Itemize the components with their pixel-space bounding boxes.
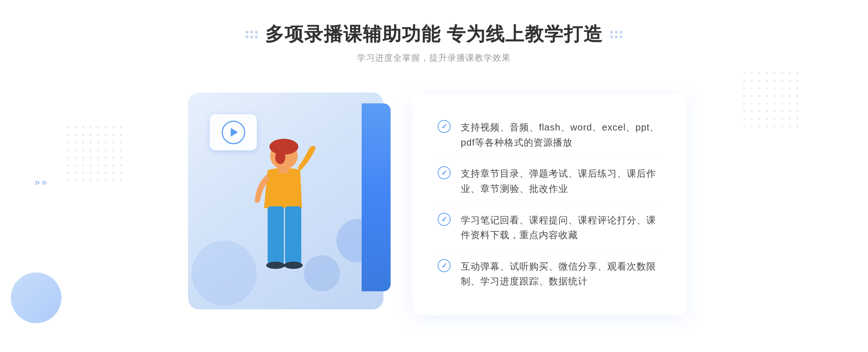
person-figure	[228, 136, 322, 320]
illustration-blue-panel	[362, 103, 391, 291]
chevron-left-icon: »	[42, 177, 47, 187]
feature-text-1: 支持视频、音频、flash、word、excel、ppt、pdf等各种格式的资源…	[461, 120, 662, 150]
check-circle-icon: ✓	[438, 120, 451, 133]
check-circle-icon: ✓	[438, 213, 451, 226]
dot-pattern-left	[67, 126, 125, 184]
left-arrows-decoration: » »	[34, 177, 47, 187]
header-decorators: 多项录播课辅助功能 专为线上教学打造	[246, 22, 622, 47]
header-section: 多项录播课辅助功能 专为线上教学打造 学习进度全掌握，提升录播课教学效果	[246, 22, 622, 64]
check-circle-icon: ✓	[438, 259, 451, 272]
page-container: » » 多项录播课辅助功能 专为线上教学打造 学习进度全掌握，提升录播课教学效果	[0, 0, 868, 352]
feature-text-3: 学习笔记回看、课程提问、课程评论打分、课件资料下载，重点内容收藏	[461, 213, 662, 243]
check-mark-icon: ✓	[441, 216, 447, 223]
svg-rect-7	[278, 168, 289, 173]
features-list: ✓支持视频、音频、flash、word、excel、ppt、pdf等各种格式的资…	[438, 112, 662, 297]
chevron-left-icon: »	[34, 177, 40, 187]
header-dots-left	[246, 31, 258, 38]
feature-text-4: 互动弹幕、试听购买、微信分享、观看次数限制、学习进度跟踪、数据统计	[461, 259, 662, 289]
feature-text-2: 支持章节目录、弹题考试、课后练习、课后作业、章节测验、批改作业	[461, 166, 662, 196]
header-dots-right	[610, 31, 622, 38]
feature-item-2: ✓支持章节目录、弹题考试、课后练习、课后作业、章节测验、批改作业	[438, 158, 662, 205]
check-mark-icon: ✓	[441, 169, 447, 176]
svg-point-6	[284, 262, 303, 269]
illustration-wrapper	[181, 82, 391, 327]
subtitle: 学习进度全掌握，提升录播课教学效果	[246, 52, 622, 64]
dot-pattern-right	[743, 72, 801, 130]
svg-point-1	[269, 139, 298, 155]
check-mark-icon: ✓	[441, 123, 447, 130]
svg-rect-3	[268, 206, 284, 264]
play-triangle-icon	[231, 128, 238, 137]
svg-rect-4	[285, 206, 301, 264]
feature-item-3: ✓学习笔记回看、课程提问、课程评论打分、课件资料下载，重点内容收藏	[438, 205, 662, 251]
person-svg	[228, 136, 322, 320]
svg-point-2	[275, 151, 285, 164]
feature-item-4: ✓互动弹幕、试听购买、微信分享、观看次数限制、学习进度跟踪、数据统计	[438, 251, 662, 297]
check-mark-icon: ✓	[441, 262, 447, 269]
features-card: ✓支持视频、音频、flash、word、excel、ppt、pdf等各种格式的资…	[412, 94, 687, 315]
bottom-left-circle	[11, 272, 61, 323]
content-area: ✓支持视频、音频、flash、word、excel、ppt、pdf等各种格式的资…	[181, 82, 687, 327]
check-circle-icon: ✓	[438, 166, 451, 179]
feature-item-1: ✓支持视频、音频、flash、word、excel、ppt、pdf等各种格式的资…	[438, 112, 662, 158]
main-title: 多项录播课辅助功能 专为线上教学打造	[265, 22, 603, 47]
svg-point-5	[266, 262, 285, 269]
